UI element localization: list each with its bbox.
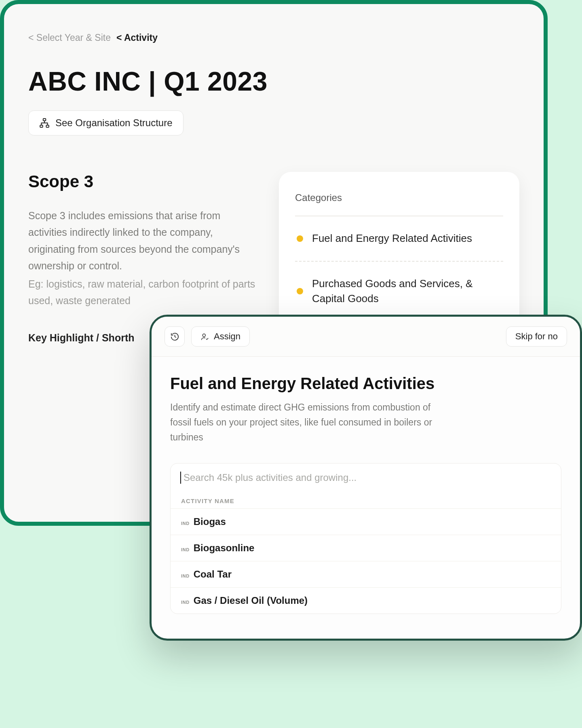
dialog-title: Fuel and Energy Related Activities bbox=[170, 375, 561, 393]
org-structure-button[interactable]: See Organisation Structure bbox=[28, 110, 183, 135]
activity-tag: IND bbox=[181, 547, 190, 552]
page-title: ABC INC | Q1 2023 bbox=[28, 66, 519, 97]
svg-rect-1 bbox=[40, 125, 43, 127]
text-cursor-icon bbox=[180, 472, 181, 484]
category-row[interactable]: Fuel and Energy Related Activities bbox=[295, 216, 503, 261]
skip-label: Skip for no bbox=[515, 331, 558, 342]
history-icon bbox=[170, 332, 179, 341]
activity-search-input[interactable] bbox=[183, 472, 551, 483]
activity-row[interactable]: IND Coal Tar bbox=[171, 561, 561, 587]
svg-rect-2 bbox=[46, 125, 49, 127]
activity-tag: IND bbox=[181, 574, 190, 578]
activity-tag: IND bbox=[181, 600, 190, 605]
org-structure-label: See Organisation Structure bbox=[55, 117, 173, 129]
activity-search-panel: ACTIVITY NAME IND Biogas IND Biogasonlin… bbox=[170, 463, 561, 614]
breadcrumb: < Select Year & Site < Activity bbox=[28, 32, 519, 43]
activity-name: Biogasonline bbox=[194, 542, 255, 554]
activity-name: Coal Tar bbox=[194, 569, 232, 580]
activity-name: Gas / Diesel Oil (Volume) bbox=[194, 595, 308, 606]
category-label: Purchased Goods and Services, & Capital … bbox=[312, 276, 502, 307]
assign-button[interactable]: Assign bbox=[191, 326, 250, 347]
assign-label: Assign bbox=[214, 331, 240, 342]
dialog-topbar: Assign Skip for no bbox=[152, 317, 580, 357]
activity-column-header: ACTIVITY NAME bbox=[171, 492, 561, 508]
scope-description: Scope 3 includes emissions that arise fr… bbox=[28, 207, 259, 274]
scope-title: Scope 3 bbox=[28, 172, 259, 191]
dialog-description: Identify and estimate direct GHG emissio… bbox=[170, 400, 453, 444]
activity-dialog: Assign Skip for no Fuel and Energy Relat… bbox=[150, 315, 582, 641]
activity-row[interactable]: IND Biogas bbox=[171, 508, 561, 535]
activity-row[interactable]: IND Biogasonline bbox=[171, 535, 561, 561]
skip-button[interactable]: Skip for no bbox=[506, 326, 567, 347]
svg-rect-0 bbox=[43, 119, 46, 121]
activity-tag: IND bbox=[181, 521, 190, 526]
status-dot-icon bbox=[297, 288, 303, 294]
breadcrumb-current[interactable]: < Activity bbox=[116, 32, 158, 43]
category-row[interactable]: Purchased Goods and Services, & Capital … bbox=[295, 261, 503, 321]
breadcrumb-prev[interactable]: < Select Year & Site bbox=[28, 32, 111, 43]
scope-example: Eg: logistics, raw material, carbon foot… bbox=[28, 276, 259, 309]
sitemap-icon bbox=[39, 118, 50, 128]
svg-point-3 bbox=[202, 334, 205, 336]
category-label: Fuel and Energy Related Activities bbox=[312, 231, 472, 246]
activity-name: Biogas bbox=[194, 516, 226, 527]
user-assign-icon bbox=[200, 332, 209, 341]
history-button[interactable] bbox=[164, 326, 185, 347]
status-dot-icon bbox=[297, 235, 303, 242]
activity-row[interactable]: IND Gas / Diesel Oil (Volume) bbox=[171, 587, 561, 614]
categories-heading: Categories bbox=[295, 192, 503, 216]
